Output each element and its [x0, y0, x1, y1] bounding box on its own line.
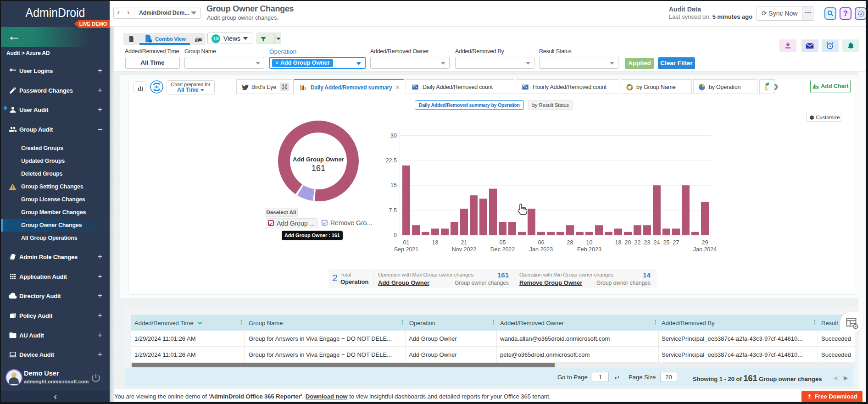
svg-text:Jan 2023: Jan 2023	[529, 246, 553, 253]
svg-text:22.5: 22.5	[386, 157, 397, 164]
svg-text:Feb 2023: Feb 2023	[577, 246, 601, 253]
svg-text:21: 21	[461, 239, 467, 246]
svg-text:0: 0	[394, 232, 397, 238]
svg-text:23: 23	[644, 239, 651, 246]
svg-text:7.5: 7.5	[389, 207, 397, 214]
svg-text:10: 10	[586, 239, 593, 246]
svg-text:Dec 2022: Dec 2022	[490, 246, 515, 253]
svg-text:18: 18	[432, 239, 439, 246]
svg-text:Jan 2024: Jan 2024	[693, 246, 717, 253]
svg-text:25: 25	[663, 239, 670, 246]
svg-text:18: 18	[615, 239, 622, 246]
svg-text:05: 05	[500, 239, 506, 246]
svg-text:30: 30	[390, 133, 397, 139]
svg-text:Sep 2021: Sep 2021	[394, 246, 419, 253]
svg-text:29: 29	[702, 239, 708, 246]
svg-text:20: 20	[625, 239, 631, 246]
svg-text:22: 22	[634, 239, 641, 246]
svg-text:27: 27	[673, 239, 679, 246]
svg-text:28: 28	[567, 239, 573, 246]
svg-text:06: 06	[538, 239, 545, 246]
svg-text:24: 24	[654, 239, 660, 246]
svg-text:Nov 2022: Nov 2022	[452, 246, 477, 253]
svg-text:01: 01	[403, 239, 410, 246]
svg-text:15: 15	[390, 182, 397, 188]
